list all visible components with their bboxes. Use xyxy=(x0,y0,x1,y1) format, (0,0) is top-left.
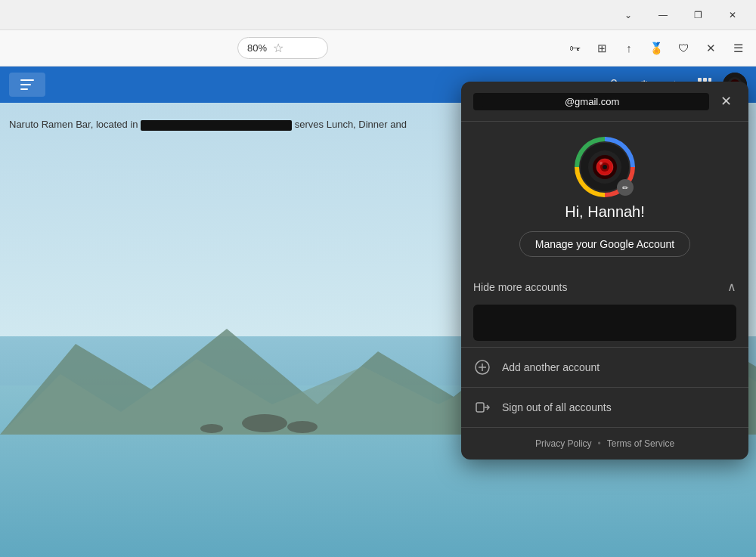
privacy-policy-link[interactable]: Privacy Policy xyxy=(535,438,592,449)
svg-rect-5 xyxy=(20,79,34,81)
email-domain: @gmail.com xyxy=(565,96,619,107)
dropdown-footer: Privacy Policy • Terms of Service xyxy=(461,427,748,460)
chevron-up-icon: ∧ xyxy=(727,280,736,294)
dropdown-header: @gmail.com ✕ xyxy=(461,82,748,122)
signout-arrow-icon xyxy=(475,400,490,415)
add-account-icon xyxy=(473,358,491,376)
page-content: ? ⚙ ✦ xyxy=(0,67,756,557)
plus-icon xyxy=(475,360,490,375)
account-dropdown: @gmail.com ✕ xyxy=(461,82,748,460)
share-icon[interactable]: ↑ xyxy=(617,36,641,60)
add-account-label: Add another account xyxy=(502,361,600,373)
svg-point-29 xyxy=(600,162,603,165)
redacted-text-1 xyxy=(141,120,292,131)
sign-out-row[interactable]: Sign out of all accounts xyxy=(461,387,748,427)
dropdown-email: @gmail.com xyxy=(473,93,709,110)
minimize-button[interactable]: — xyxy=(646,0,680,30)
rewards-icon[interactable]: 🏅 xyxy=(644,36,668,60)
page-text-end: serves Lunch, Dinner and xyxy=(295,119,407,130)
browser-titlebar: ⌄ — ❐ ✕ xyxy=(0,0,756,30)
extension-icon[interactable]: 🛡 xyxy=(671,36,696,60)
email-redacted xyxy=(482,96,565,107)
dropdown-button[interactable]: ⌄ xyxy=(611,0,646,30)
zoom-level: 80% xyxy=(247,42,267,54)
svg-rect-6 xyxy=(20,84,31,85)
svg-rect-7 xyxy=(20,88,28,90)
menu-icon[interactable]: ☰ xyxy=(726,36,750,60)
hide-accounts-row[interactable]: Hide more accounts ∧ xyxy=(461,269,748,305)
filter-button[interactable] xyxy=(9,73,45,97)
page-text-start: Naruto Ramen Bar, located in xyxy=(9,119,138,130)
address-bar[interactable]: 80% ☆ xyxy=(237,37,328,59)
more-tools-icon[interactable]: ✕ xyxy=(699,36,723,60)
hide-accounts-label: Hide more accounts xyxy=(473,281,568,293)
sign-out-label: Sign out of all accounts xyxy=(502,401,612,413)
sign-out-icon xyxy=(473,398,491,416)
avatar-container: ✏ xyxy=(578,140,632,194)
pocket-icon[interactable]: 🗝 xyxy=(562,36,587,60)
svg-point-28 xyxy=(603,165,607,169)
svg-point-3 xyxy=(287,421,318,433)
close-button[interactable]: ✕ xyxy=(715,0,750,30)
history-icon[interactable]: ⊞ xyxy=(590,36,614,60)
manage-account-button[interactable]: Manage your Google Account xyxy=(519,231,690,257)
add-account-row[interactable]: Add another account xyxy=(461,347,748,387)
avatar-section: ✏ Hi, Hannah! Manage your Google Account xyxy=(461,122,748,269)
footer-dot: • xyxy=(598,438,601,449)
close-icon: ✕ xyxy=(720,93,732,110)
svg-point-2 xyxy=(242,414,287,432)
dropdown-close-button[interactable]: ✕ xyxy=(715,91,736,112)
avatar-edit-button[interactable]: ✏ xyxy=(617,179,634,196)
greeting-text: Hi, Hannah! xyxy=(565,203,645,221)
account-item-redacted[interactable] xyxy=(473,305,736,341)
svg-point-4 xyxy=(200,424,223,433)
bookmark-star[interactable]: ☆ xyxy=(273,41,284,55)
restore-button[interactable]: ❐ xyxy=(680,0,715,30)
browser-toolbar: 80% ☆ 🗝 ⊞ ↑ 🏅 🛡 ✕ ☰ xyxy=(0,30,756,67)
terms-of-service-link[interactable]: Terms of Service xyxy=(607,438,674,449)
svg-rect-34 xyxy=(476,403,484,412)
